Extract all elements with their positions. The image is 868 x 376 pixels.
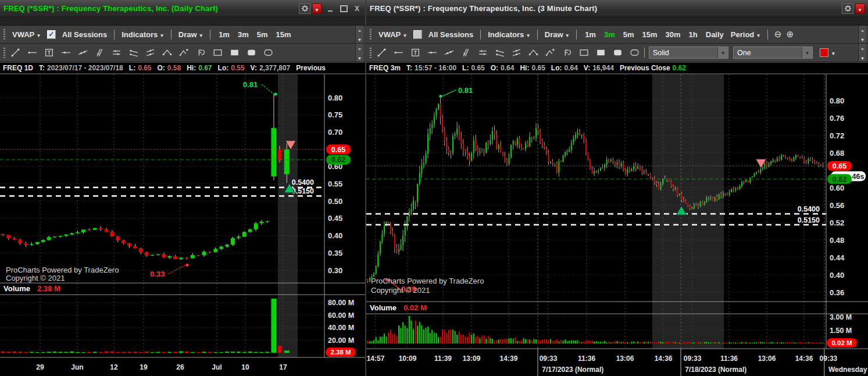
timeframe-1m[interactable]: 1m [585, 30, 596, 39]
svg-text:7/18/2023 (Normal): 7/18/2023 (Normal) [685, 366, 746, 374]
toolbar-overflow-scroller[interactable] [858, 44, 866, 62]
timeframe-1m[interactable]: 1m [219, 30, 230, 39]
horizontal-ray-icon[interactable] [392, 47, 404, 59]
line-segment-icon[interactable] [376, 47, 387, 59]
fibonacci-icon[interactable] [195, 47, 206, 59]
daily-price-chart[interactable]: 0.54000.51500.810.330.800.750.700.650.60… [0, 73, 365, 376]
cross-trend-icon[interactable] [460, 47, 471, 59]
timeframe-5m[interactable]: 5m [257, 30, 268, 39]
all-sessions-checkbox[interactable] [47, 30, 56, 39]
chevron-down-icon[interactable] [832, 48, 835, 57]
polyline-plus-icon[interactable] [178, 47, 190, 59]
timeframe-15m[interactable]: 15m [276, 30, 291, 39]
timeframe-3m[interactable]: 3m [238, 30, 249, 39]
parallel-lines-icon[interactable] [477, 47, 488, 59]
polyline-plus-icon[interactable] [544, 47, 556, 59]
zoom-out-button[interactable] [774, 29, 782, 40]
polyline-icon[interactable] [161, 47, 173, 59]
indicators-dropdown[interactable]: Indicators [122, 30, 158, 39]
draw-dropdown[interactable]: Draw [178, 30, 197, 39]
all-sessions-checkbox[interactable] [413, 30, 422, 39]
line-color-swatch[interactable] [820, 48, 828, 57]
ellipse-icon[interactable] [628, 47, 640, 59]
svg-text:0.45: 0.45 [328, 214, 342, 223]
chart-menu-button[interactable] [855, 3, 865, 14]
maximize-button[interactable] [339, 4, 348, 13]
toolbar-grip[interactable] [370, 29, 372, 40]
chevron-down-icon [717, 47, 728, 58]
horizontal-ray-icon[interactable] [26, 47, 38, 59]
svg-text:10:09: 10:09 [399, 354, 417, 363]
svg-text:0.81: 0.81 [243, 80, 258, 89]
channel-icon[interactable] [144, 47, 156, 59]
settings-gear-button[interactable] [299, 3, 310, 14]
chevron-right-icon [358, 44, 360, 52]
text-icon[interactable] [409, 47, 421, 59]
cross-trend-icon[interactable] [94, 47, 105, 59]
title-bar[interactable]: FREQ (*SSR*) : Frequency Therapeutics, I… [366, 0, 868, 17]
text-icon[interactable] [43, 47, 55, 59]
last-value: 0.65 [471, 64, 484, 72]
line-segment-icon[interactable] [9, 47, 21, 59]
minimize-button[interactable] [326, 4, 335, 13]
filled-rounded-rectangle-icon[interactable] [245, 47, 257, 59]
svg-text:0.48: 0.48 [830, 236, 844, 245]
channel-icon[interactable] [510, 47, 522, 59]
horizontal-line-icon[interactable] [426, 47, 438, 59]
line-style-select[interactable]: Solid [649, 46, 728, 59]
toolbar-grip[interactable] [3, 29, 5, 40]
filled-rectangle-icon[interactable] [228, 47, 240, 59]
vwap-dropdown[interactable]: VWAP [378, 30, 401, 39]
extended-line-icon[interactable] [77, 47, 88, 59]
rectangle-icon[interactable] [212, 47, 223, 59]
chevron-right-icon [861, 44, 863, 52]
fibonacci-icon[interactable] [561, 47, 573, 59]
chart-menu-button[interactable] [312, 3, 322, 14]
rectangle-icon[interactable] [578, 47, 590, 59]
toolbar-grip[interactable] [370, 48, 372, 58]
svg-text:14:39: 14:39 [500, 354, 518, 363]
timeframe-5m[interactable]: 5m [623, 30, 634, 39]
timeframe-1h[interactable]: 1h [689, 30, 698, 39]
intraday-price-chart[interactable]: 0.54000.51500.810.390.800.760.720.680.60… [366, 73, 868, 376]
trend-ray-icon[interactable] [494, 47, 505, 59]
zoom-in-button[interactable] [786, 29, 794, 40]
low-value: 0.55 [231, 64, 244, 72]
toolbar-overflow-scroller[interactable] [355, 44, 363, 62]
toolbar-grip[interactable] [3, 48, 5, 58]
timeframe-30m[interactable]: 30m [666, 30, 681, 39]
open-value: 0.58 [167, 64, 181, 72]
polyline-icon[interactable] [527, 47, 539, 59]
toolbar-overflow-scroller[interactable] [858, 26, 866, 43]
line-width-select[interactable]: One [733, 46, 813, 59]
horizontal-line-icon[interactable] [60, 47, 72, 59]
timeframe-3m[interactable]: 3m [604, 30, 615, 39]
settings-gear-button[interactable] [842, 3, 853, 14]
trend-ray-icon[interactable] [127, 47, 139, 59]
period-dropdown[interactable]: Period [731, 30, 754, 39]
toolbar-overflow-scroller[interactable] [355, 26, 363, 43]
close-button[interactable] [352, 4, 362, 13]
draw-dropdown[interactable]: Draw [545, 30, 563, 39]
timeframe-15m[interactable]: 15m [642, 30, 658, 39]
filled-rounded-rectangle-icon[interactable] [612, 47, 623, 59]
svg-text:Wednesday: Wednesday [828, 366, 867, 374]
filled-rectangle-icon[interactable] [595, 47, 606, 59]
all-sessions-label[interactable]: All Sessions [428, 30, 473, 39]
svg-text:46s: 46s [852, 173, 865, 181]
svg-text:13:06: 13:06 [758, 354, 776, 363]
timeframe-Daily[interactable]: Daily [706, 30, 724, 39]
chevron-down-icon [757, 30, 760, 39]
extended-line-icon[interactable] [443, 47, 455, 59]
parallel-lines-icon[interactable] [110, 47, 122, 59]
all-sessions-label[interactable]: All Sessions [62, 30, 107, 39]
svg-text:0.5150: 0.5150 [292, 187, 314, 195]
ellipse-icon[interactable] [262, 47, 274, 59]
window-chrome-spacer [366, 17, 868, 26]
svg-text:7/17/2023 (Normal): 7/17/2023 (Normal) [542, 366, 603, 374]
timeframe-buttons: 1m3m5m15m [215, 30, 295, 39]
indicators-dropdown[interactable]: Indicators [488, 30, 524, 39]
vwap-dropdown[interactable]: VWAP [12, 30, 34, 39]
svg-text:ProCharts Powered by TradeZero: ProCharts Powered by TradeZero [6, 266, 119, 274]
title-bar[interactable]: FREQ (*SSR*) : Frequency Therapeutics, I… [0, 0, 365, 17]
